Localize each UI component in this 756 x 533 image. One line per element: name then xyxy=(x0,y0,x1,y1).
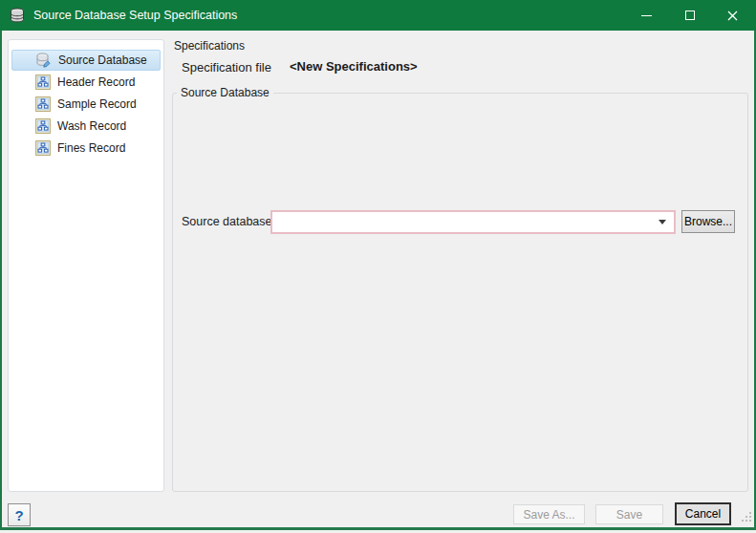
browse-button[interactable]: Browse... xyxy=(681,210,735,233)
org-chart-record-icon xyxy=(35,118,51,134)
groupbox-label: Source Database xyxy=(177,86,273,99)
sidebar-item-label: Source Database xyxy=(58,53,147,67)
sidebar-item-header-record[interactable]: Header Record xyxy=(11,72,161,93)
org-chart-record-icon xyxy=(35,96,51,112)
titlebar: Source Database Setup Specifications xyxy=(0,0,756,31)
sidebar-item-fines-record[interactable]: Fines Record xyxy=(11,138,161,159)
sidebar-item-sample-record[interactable]: Sample Record xyxy=(11,94,161,115)
maximize-button[interactable] xyxy=(668,0,711,31)
resize-grip[interactable] xyxy=(740,509,752,526)
source-database-input[interactable] xyxy=(272,212,659,232)
maximize-icon xyxy=(685,11,695,20)
database-edit-icon xyxy=(35,53,52,68)
save-button[interactable]: Save xyxy=(595,504,663,524)
sidebar-nav: Source Database Header Record xyxy=(8,39,164,492)
sidebar-item-label: Header Record xyxy=(57,75,135,89)
minimize-icon xyxy=(641,15,652,16)
close-button[interactable] xyxy=(711,0,754,31)
sidebar-item-wash-record[interactable]: Wash Record xyxy=(11,116,161,137)
window-title: Source Database Setup Specifications xyxy=(33,9,237,22)
dropdown-arrow-icon[interactable] xyxy=(659,220,666,224)
dialog-window: Source Database Setup Specifications xyxy=(0,0,756,533)
window-controls xyxy=(625,0,754,31)
window-border-left xyxy=(0,31,2,530)
source-database-groupbox: Source Database xyxy=(172,93,748,492)
specification-file-label: Specification file xyxy=(182,60,271,75)
org-chart-record-icon xyxy=(35,75,51,90)
section-label: Specifications xyxy=(174,39,245,53)
sidebar-item-label: Wash Record xyxy=(57,119,126,133)
org-chart-record-icon xyxy=(35,140,51,156)
save-as-button[interactable]: Save As... xyxy=(513,504,585,524)
sidebar-item-source-database[interactable]: Source Database xyxy=(11,50,161,71)
sidebar-item-label: Sample Record xyxy=(57,97,137,111)
database-icon xyxy=(9,7,26,24)
source-database-combobox[interactable] xyxy=(270,210,676,234)
help-button[interactable]: ? xyxy=(8,503,31,526)
source-database-field-label: Source database xyxy=(182,215,272,228)
cancel-button[interactable]: Cancel xyxy=(675,502,731,525)
close-icon xyxy=(727,11,738,21)
sidebar-item-label: Fines Record xyxy=(57,141,125,155)
minimize-button[interactable] xyxy=(625,0,668,31)
specification-file-value: <New Specifications> xyxy=(290,59,418,74)
